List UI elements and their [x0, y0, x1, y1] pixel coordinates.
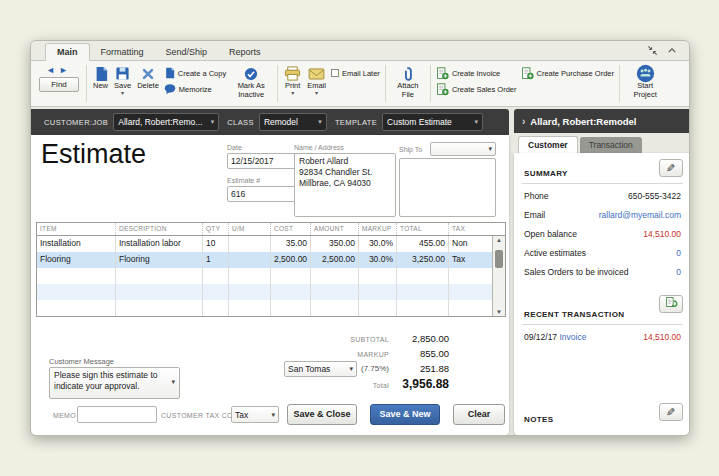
save-button[interactable]: Save ▾ [111, 63, 134, 104]
email-link[interactable]: rallard@myemail.com [599, 210, 681, 220]
transaction-report-button[interactable] [659, 295, 683, 313]
save-new-button[interactable]: Save & New [370, 404, 440, 425]
estimate-form: Estimate Date 12/15/2017 Estimate # 616 … [31, 135, 509, 435]
find-group: ◄► Find [35, 63, 83, 104]
tab-customer[interactable]: Customer [518, 136, 578, 153]
create-po-group: Create Purchase Order [519, 63, 617, 104]
tab-send-ship[interactable]: Send/Ship [155, 44, 219, 60]
email-button[interactable]: Email ▾ [304, 63, 329, 104]
column-header: QTY [202, 223, 228, 235]
memo-input[interactable] [77, 406, 157, 423]
ship-to-dropdown[interactable]: ▾ [430, 142, 496, 156]
find-button[interactable]: Find [39, 77, 79, 92]
open-balance-value[interactable]: 14,510.00 [643, 229, 681, 239]
print-button[interactable]: Print ▾ [281, 63, 304, 104]
chevron-down-icon: ▾ [488, 147, 492, 151]
tab-reports[interactable]: Reports [218, 44, 272, 60]
report-refresh-icon [665, 295, 678, 313]
column-header: COST [270, 223, 310, 235]
print-icon [284, 65, 301, 82]
ship-to-box[interactable] [399, 158, 496, 217]
panel-header[interactable]: › Allard, Robert:Remodel [514, 109, 690, 133]
chevron-up-icon[interactable] [667, 47, 677, 54]
active-estimates-value[interactable]: 0 [676, 248, 681, 258]
markup-value: 855.00 [381, 348, 449, 359]
column-header: MARKUP [358, 223, 396, 235]
collapse-ribbon-icon[interactable] [647, 45, 658, 56]
tab-formatting[interactable]: Formatting [90, 44, 155, 60]
class-dropdown[interactable]: Remodel▾ [259, 113, 327, 131]
table-header-row: ITEM DESCRIPTION QTY U/M COST AMOUNT MAR… [37, 223, 505, 236]
template-dropdown[interactable]: Custom Estimate▾ [382, 113, 483, 131]
table-row-empty[interactable] [37, 284, 505, 300]
save-close-button[interactable]: Save & Close [287, 404, 357, 425]
customer-message-dropdown[interactable]: Please sign this estimate to indicate yo… [49, 367, 180, 399]
mark-as-inactive-button[interactable]: Mark As Inactive [228, 63, 274, 104]
clear-button[interactable]: Clear [453, 404, 505, 425]
summary-row-sales-orders: Sales Orders to be invoiced0 [524, 267, 681, 277]
date-label: Date [227, 144, 242, 151]
start-project-button[interactable]: Start Project [623, 63, 667, 104]
history-arrows-icon[interactable]: ◄► [46, 65, 72, 75]
customer-tax-code-dropdown[interactable]: Tax▾ [231, 406, 279, 423]
purchase-order-doc-icon [521, 67, 534, 80]
summary-title: SUMMARY [524, 169, 568, 178]
create-a-copy-button[interactable]: Create a Copy [164, 66, 226, 80]
tab-transaction[interactable]: Transaction [580, 137, 642, 153]
panel-tabs: Customer Transaction [514, 133, 690, 153]
customer-job-dropdown[interactable]: Allard, Robert:Remo...▾ [113, 113, 219, 131]
edit-notes-button[interactable]: ✎ [659, 403, 683, 421]
delete-x-icon [141, 65, 155, 82]
copy-memorize-group: Create a Copy Memorize [162, 63, 228, 104]
scrollbar-thumb[interactable] [495, 250, 503, 268]
template-label: TEMPLATE [335, 118, 377, 127]
email-later-checkbox[interactable]: Email Later [331, 66, 380, 80]
create-invoice-button[interactable]: Create Invoice [436, 66, 517, 80]
total-label: Total [271, 382, 389, 389]
panel-body: ✎ SUMMARY Phone650-555-3422 Emailrallard… [514, 153, 690, 435]
table-row-empty[interactable] [37, 300, 505, 316]
attach-file-button[interactable]: Attach File [389, 63, 427, 104]
email-envelope-icon [308, 65, 325, 82]
create-sales-order-button[interactable]: Create Sales Order [436, 82, 517, 96]
recent-transaction-row: 09/12/17 Invoice 14,510.00 [524, 332, 681, 342]
tab-main[interactable]: Main [45, 43, 90, 61]
memo-label: MEMO [53, 412, 76, 419]
summary-row-phone: Phone650-555-3422 [524, 191, 681, 201]
edit-summary-button[interactable]: ✎ [659, 159, 683, 177]
memorize-button[interactable]: Memorize [164, 82, 226, 96]
sales-orders-value[interactable]: 0 [676, 267, 681, 277]
chevron-right-icon: › [522, 116, 525, 127]
invoice-link[interactable]: Invoice [559, 332, 586, 342]
chevron-down-icon: ▾ [271, 413, 275, 417]
invoice-doc-icon [436, 67, 449, 80]
email-later-group: Email Later [329, 63, 382, 104]
create-purchase-order-button[interactable]: Create Purchase Order [521, 66, 615, 80]
table-scrollbar[interactable]: ▲ ▼ [492, 236, 505, 316]
notes-title: NOTES [524, 415, 554, 424]
name-address-box[interactable]: Robert Allard 92834 Chandler St. Millbra… [294, 153, 396, 217]
tax-dropdown[interactable]: San Tomas▾ [284, 361, 357, 377]
new-document-icon [94, 65, 108, 82]
subtotal-value: 2,850.00 [381, 333, 449, 344]
sales-order-doc-icon [436, 83, 449, 96]
table-row[interactable]: Installation Installation labor 10 35.00… [37, 236, 505, 252]
new-button[interactable]: New [90, 63, 111, 104]
column-header: ITEM [37, 223, 115, 235]
checkbox-icon [331, 69, 339, 77]
summary-row-open-balance: Open balance14,510.00 [524, 229, 681, 239]
customer-job-bar: CUSTOMER:JOB Allard, Robert:Remo...▾ CLA… [31, 109, 509, 135]
class-label: CLASS [227, 118, 254, 127]
column-header: TAX [448, 223, 492, 235]
delete-button[interactable]: Delete [134, 63, 162, 104]
scroll-down-icon[interactable]: ▼ [493, 309, 505, 315]
subtotal-label: SUBTOTAL [271, 336, 389, 343]
scroll-up-icon[interactable]: ▲ [493, 237, 505, 243]
ribbon-tab-bar: Main Formatting Send/Ship Reports [31, 41, 689, 61]
table-row-empty[interactable] [37, 268, 505, 284]
estimate-number-label: Estimate # [227, 177, 260, 184]
recent-transaction-title: RECENT TRANSACTION [524, 310, 625, 319]
start-project-people-icon [636, 65, 655, 82]
pencil-icon: ✎ [666, 406, 675, 419]
table-row-selected[interactable]: Flooring Flooring 1 2,500.00 2,500.00 30… [37, 252, 505, 268]
